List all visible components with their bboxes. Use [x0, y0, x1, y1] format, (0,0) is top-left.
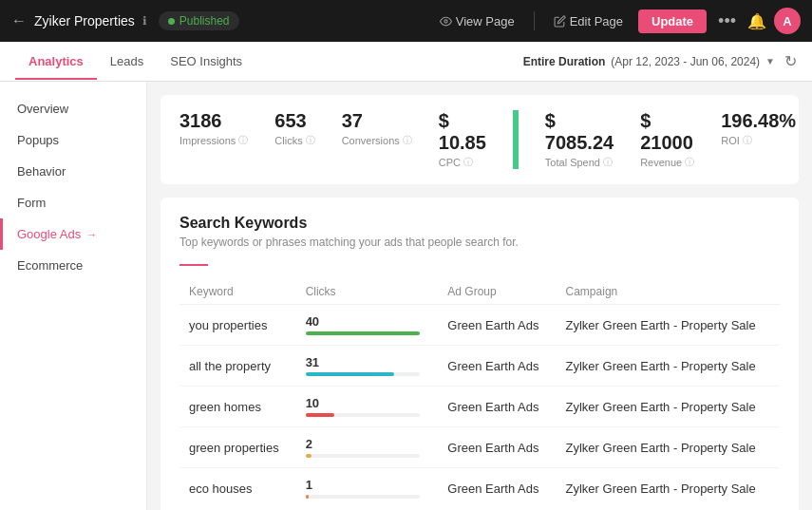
metric-cpc: $ 10.85 CPC ⓘ	[439, 110, 486, 169]
keyword-cell: you properties	[179, 305, 296, 346]
page-title: Zyiker Properties	[34, 13, 135, 28]
sidebar-item-behavior[interactable]: Behavior	[0, 156, 146, 187]
col-adgroup: Ad Group	[438, 279, 556, 305]
content-area: 3186 Impressions ⓘ 653 Clicks ⓘ 37 Conve…	[147, 82, 812, 510]
tab-seo-insights[interactable]: SEO Insights	[157, 45, 255, 80]
keyword-cell: eco houses	[179, 468, 296, 509]
info-icon[interactable]: ⓘ	[463, 156, 473, 169]
sidebar-item-google-ads[interactable]: Google Ads →	[0, 218, 146, 250]
search-keywords-section: Search Keywords Top keywords or phrases …	[161, 198, 799, 510]
tab-leads[interactable]: Leads	[97, 45, 157, 80]
keyword-cell: green homes	[179, 387, 296, 427]
campaign-cell: Zylker Green Earth - Property Sale	[557, 387, 780, 427]
metric-label: Conversions ⓘ	[342, 134, 412, 147]
back-button[interactable]: ←	[11, 12, 27, 29]
info-icon[interactable]: ℹ	[142, 14, 147, 28]
sidebar-item-label: Form	[17, 196, 46, 210]
metric-conversions: 37 Conversions ⓘ	[342, 110, 412, 169]
published-dot	[168, 18, 175, 25]
table-row: eco houses 1 Green Earth Ads Zylker Gree…	[179, 468, 780, 509]
metrics-group-2: $ 7085.24 Total Spend ⓘ $ 21000 Revenue …	[516, 110, 812, 169]
topbar: ← Zyiker Properties ℹ Published View Pag…	[0, 0, 812, 42]
campaign-cell: Zylker Green Earth - Property Sale	[557, 346, 780, 387]
sidebar-item-ecommerce[interactable]: Ecommerce	[0, 250, 146, 281]
metric-roi: 196.48% ROI ⓘ	[721, 110, 796, 169]
clicks-cell: 10	[296, 387, 439, 427]
info-icon[interactable]: ⓘ	[685, 156, 694, 169]
adgroup-cell: Green Earth Ads	[438, 346, 556, 387]
metric-label: Impressions ⓘ	[179, 134, 248, 147]
chevron-down-icon: ▼	[765, 56, 775, 66]
metric-value: 196.48%	[721, 110, 796, 132]
sidebar-item-label: Overview	[17, 102, 68, 116]
col-campaign: Campaign	[557, 279, 780, 305]
adgroup-cell: Green Earth Ads	[438, 387, 556, 427]
published-label: Published	[179, 14, 230, 28]
sidebar-item-overview[interactable]: Overview	[0, 93, 146, 124]
metrics-card: 3186 Impressions ⓘ 653 Clicks ⓘ 37 Conve…	[161, 95, 799, 184]
refresh-button[interactable]: ↻	[784, 52, 797, 70]
metric-total-spend: $ 7085.24 Total Spend ⓘ	[545, 110, 614, 169]
avatar[interactable]: A	[774, 8, 801, 34]
svg-point-0	[444, 19, 447, 22]
sidebar: Overview Popups Behavior Form Google Ads…	[0, 82, 147, 510]
metric-label: Revenue ⓘ	[640, 156, 694, 169]
sidebar-item-form[interactable]: Form	[0, 187, 146, 218]
clicks-cell: 31	[296, 346, 439, 387]
arrow-right-icon: →	[86, 229, 97, 240]
sidebar-item-label: Ecommerce	[17, 258, 83, 273]
sidebar-item-label: Google Ads	[17, 227, 81, 241]
topbar-actions: View Page Edit Page Update ••• 🔔 A	[432, 8, 801, 34]
metric-impressions: 3186 Impressions ⓘ	[179, 110, 248, 169]
tabsbar: Analytics Leads SEO Insights Entire Dura…	[0, 42, 812, 82]
more-options-icon[interactable]: •••	[714, 11, 740, 31]
table-row: you properties 40 Green Earth Ads Zylker…	[179, 305, 780, 346]
sidebar-item-popups[interactable]: Popups	[0, 124, 146, 156]
date-filter[interactable]: Entire Duration (Apr 12, 2023 - Jun 06, …	[523, 55, 775, 68]
metrics-group-1: 3186 Impressions ⓘ 653 Clicks ⓘ 37 Conve…	[179, 110, 516, 169]
main-layout: Overview Popups Behavior Form Google Ads…	[0, 82, 812, 510]
edit-page-button[interactable]: Edit Page	[546, 10, 631, 32]
tab-analytics[interactable]: Analytics	[15, 45, 97, 80]
tabs: Analytics Leads SEO Insights	[15, 45, 523, 79]
view-page-button[interactable]: View Page	[432, 10, 522, 32]
keywords-table: Keyword Clicks Ad Group Campaign you pro…	[179, 279, 780, 508]
sidebar-item-label: Behavior	[17, 164, 66, 179]
date-label: Entire Duration	[523, 55, 606, 68]
date-range: (Apr 12, 2023 - Jun 06, 2024)	[611, 55, 760, 68]
table-row: all the property 31 Green Earth Ads Zylk…	[179, 346, 780, 387]
section-subtitle: Top keywords or phrases matching your ad…	[179, 236, 780, 249]
keyword-cell: green properties	[179, 427, 296, 468]
metric-label: CPC ⓘ	[439, 156, 486, 169]
info-icon[interactable]: ⓘ	[403, 134, 412, 147]
adgroup-cell: Green Earth Ads	[438, 305, 556, 346]
metric-value: 653	[274, 110, 314, 132]
info-icon[interactable]: ⓘ	[238, 134, 248, 147]
info-icon[interactable]: ⓘ	[306, 134, 315, 147]
clicks-cell: 2	[296, 427, 439, 468]
metric-value: $ 7085.24	[545, 110, 614, 154]
clicks-cell: 1	[296, 468, 439, 509]
info-icon[interactable]: ⓘ	[743, 134, 752, 147]
col-keyword: Keyword	[179, 279, 296, 305]
metric-clicks: 653 Clicks ⓘ	[274, 110, 314, 169]
metric-value: $ 10.85	[439, 110, 486, 154]
table-row: green homes 10 Green Earth Ads Zylker Gr…	[179, 387, 780, 427]
section-divider	[179, 264, 208, 266]
info-icon[interactable]: ⓘ	[603, 156, 613, 169]
update-button[interactable]: Update	[638, 9, 707, 33]
bell-icon[interactable]: 🔔	[747, 12, 766, 30]
clicks-cell: 40	[296, 305, 439, 346]
published-badge: Published	[159, 11, 239, 30]
section-title: Search Keywords	[179, 215, 780, 232]
metric-label: Clicks ⓘ	[274, 134, 314, 147]
metric-label: ROI ⓘ	[721, 134, 796, 147]
keyword-cell: all the property	[179, 346, 296, 387]
metric-value: 3186	[179, 110, 248, 132]
metric-label: Total Spend ⓘ	[545, 156, 614, 169]
adgroup-cell: Green Earth Ads	[438, 468, 556, 509]
metric-value: $ 21000	[640, 110, 694, 154]
col-clicks: Clicks	[296, 279, 439, 305]
metric-value: 37	[342, 110, 412, 132]
campaign-cell: Zylker Green Earth - Property Sale	[557, 468, 780, 509]
